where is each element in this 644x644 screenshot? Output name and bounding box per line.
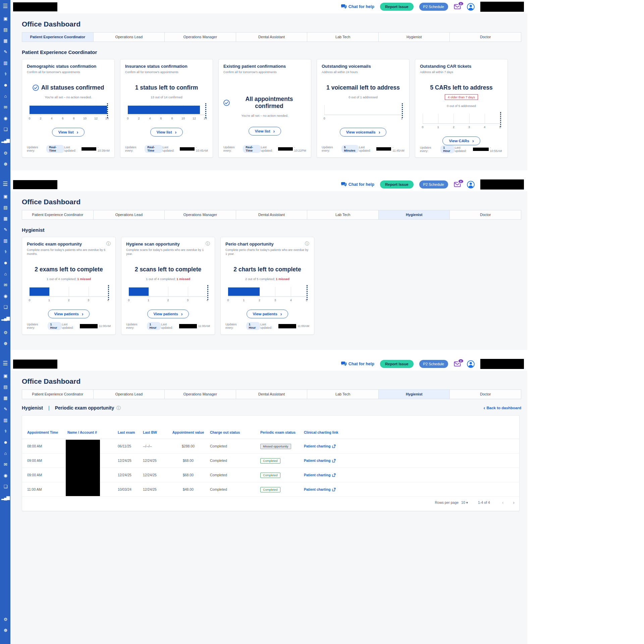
tab-operations-manager[interactable]: Operations Manager bbox=[165, 210, 236, 219]
report-issue-button[interactable]: Report Issue bbox=[380, 3, 414, 11]
chart-notes-icon[interactable]: ▤ bbox=[3, 385, 7, 389]
tab-operations-lead[interactable]: Operations Lead bbox=[94, 33, 165, 42]
calendar-icon[interactable]: ▦ bbox=[3, 216, 7, 221]
documents-icon[interactable]: ❏ bbox=[4, 305, 7, 309]
view-patients-button[interactable]: View patients› bbox=[48, 310, 90, 318]
pagination-prev-button[interactable]: ‹ bbox=[502, 500, 504, 505]
settings-icon[interactable]: ⚙ bbox=[4, 151, 7, 155]
view-list-button[interactable]: View list› bbox=[249, 127, 281, 136]
tab-patient-experience-coordinator[interactable]: Patient Experience Coordinator bbox=[22, 33, 94, 42]
insurance-icon[interactable]: ◉ bbox=[4, 294, 7, 298]
care-hand-icon[interactable]: ✎ bbox=[4, 50, 7, 54]
info-icon[interactable]: ⓘ bbox=[305, 241, 309, 246]
menu-icon[interactable]: ☰ bbox=[3, 3, 8, 9]
billing-icon[interactable]: ✉ bbox=[4, 462, 7, 467]
billing-icon[interactable]: ✉ bbox=[4, 105, 7, 109]
tab-operations-lead[interactable]: Operations Lead bbox=[94, 210, 165, 219]
report-issue-button[interactable]: Report Issue bbox=[380, 180, 414, 189]
view-list-button[interactable]: View list› bbox=[150, 128, 183, 137]
view-list-button[interactable]: View list› bbox=[52, 128, 85, 137]
avatar-icon[interactable] bbox=[467, 360, 475, 368]
avatar-icon[interactable] bbox=[467, 181, 475, 189]
documents-icon[interactable]: ❏ bbox=[4, 484, 7, 489]
mail-icon[interactable]: 0 bbox=[454, 181, 461, 187]
mail-icon[interactable]: 0 bbox=[454, 361, 461, 367]
info-icon[interactable]: ⓘ bbox=[116, 406, 121, 410]
chat-for-help-link[interactable]: Chat for help bbox=[341, 362, 374, 366]
screen-share-icon[interactable]: ▣ bbox=[3, 194, 7, 199]
info-icon[interactable]: ⓘ bbox=[206, 241, 210, 246]
chart-notes-icon[interactable]: ▤ bbox=[3, 205, 7, 210]
screen-share-icon[interactable]: ▣ bbox=[3, 374, 7, 378]
documents-icon[interactable]: ❏ bbox=[4, 127, 7, 131]
tab-doctor[interactable]: Doctor bbox=[450, 210, 521, 219]
dental-chair-icon[interactable]: ⚕ bbox=[4, 72, 6, 76]
reports-icon[interactable]: ▂▄▆ bbox=[1, 495, 9, 500]
insurance-icon[interactable]: ◉ bbox=[4, 116, 7, 120]
chat-for-help-link[interactable]: Chat for help bbox=[341, 182, 374, 187]
forms-icon[interactable]: ▥ bbox=[3, 61, 7, 65]
tab-operations-lead[interactable]: Operations Lead bbox=[94, 390, 165, 399]
chart-notes-icon[interactable]: ▤ bbox=[3, 28, 7, 32]
patient-charting-link[interactable]: Patient charting bbox=[304, 444, 364, 448]
settings-icon[interactable]: ⚙ bbox=[4, 330, 7, 335]
care-hand-icon[interactable]: ✎ bbox=[4, 227, 7, 232]
tab-lab-tech[interactable]: Lab Tech bbox=[307, 210, 379, 219]
patient-icon[interactable]: ☻ bbox=[3, 440, 7, 444]
tab-patient-experience-coordinator[interactable]: Patient Experience Coordinator bbox=[22, 390, 94, 399]
p2-schedule-button[interactable]: P2 Schedule bbox=[419, 180, 448, 189]
tab-lab-tech[interactable]: Lab Tech bbox=[307, 33, 379, 42]
view-voicemails-button[interactable]: View voicemails› bbox=[340, 128, 387, 137]
tab-dental-assistant[interactable]: Dental Assistant bbox=[236, 210, 308, 219]
forms-icon[interactable]: ▥ bbox=[3, 418, 7, 422]
tab-doctor[interactable]: Doctor bbox=[450, 33, 521, 42]
back-to-dashboard-link[interactable]: ‹ Back to dashboard bbox=[483, 406, 521, 410]
menu-icon[interactable]: ☰ bbox=[3, 181, 8, 187]
mail-icon[interactable]: 0 bbox=[454, 4, 461, 10]
insurance-icon[interactable]: ◉ bbox=[4, 473, 7, 478]
tab-patient-experience-coordinator[interactable]: Patient Experience Coordinator bbox=[22, 210, 94, 219]
view-patients-button[interactable]: View patients› bbox=[147, 310, 189, 318]
view-patients-button[interactable]: View patients› bbox=[247, 310, 288, 318]
office-icon[interactable]: ⌂ bbox=[4, 451, 6, 455]
tab-dental-assistant[interactable]: Dental Assistant bbox=[236, 33, 308, 42]
office-icon[interactable]: ⌂ bbox=[4, 272, 6, 276]
integrations-icon[interactable]: ☸ bbox=[4, 628, 7, 633]
care-hand-icon[interactable]: ✎ bbox=[4, 407, 7, 411]
tab-operations-manager[interactable]: Operations Manager bbox=[165, 390, 236, 399]
dental-chair-icon[interactable]: ⚕ bbox=[4, 429, 6, 433]
settings-icon[interactable]: ⚙ bbox=[4, 617, 7, 622]
patient-charting-link[interactable]: Patient charting bbox=[304, 473, 364, 477]
tab-dental-assistant[interactable]: Dental Assistant bbox=[236, 390, 308, 399]
office-icon[interactable]: ⌂ bbox=[4, 94, 6, 98]
p2-schedule-button[interactable]: P2 Schedule bbox=[419, 360, 448, 368]
billing-icon[interactable]: ✉ bbox=[4, 283, 7, 287]
tab-lab-tech[interactable]: Lab Tech bbox=[307, 390, 379, 399]
report-issue-button[interactable]: Report Issue bbox=[380, 360, 414, 368]
reports-icon[interactable]: ▂▄▆ bbox=[1, 138, 9, 143]
tab-operations-manager[interactable]: Operations Manager bbox=[165, 33, 236, 42]
screen-share-icon[interactable]: ▣ bbox=[3, 16, 7, 21]
patient-charting-link[interactable]: Patient charting bbox=[304, 487, 364, 491]
tab-doctor[interactable]: Doctor bbox=[450, 390, 521, 399]
info-icon[interactable]: ⓘ bbox=[106, 241, 111, 246]
integrations-icon[interactable]: ☸ bbox=[4, 341, 7, 346]
menu-icon[interactable]: ☰ bbox=[3, 361, 8, 366]
pagination-next-button[interactable]: › bbox=[513, 500, 515, 505]
patient-icon[interactable]: ☻ bbox=[3, 261, 7, 265]
calendar-icon[interactable]: ▦ bbox=[3, 39, 7, 43]
integrations-icon[interactable]: ☸ bbox=[4, 162, 7, 166]
patient-icon[interactable]: ☻ bbox=[3, 83, 7, 87]
dental-chair-icon[interactable]: ⚕ bbox=[4, 250, 6, 254]
reports-icon[interactable]: ▂▄▆ bbox=[1, 316, 9, 320]
calendar-icon[interactable]: ▦ bbox=[3, 396, 7, 400]
p2-schedule-button[interactable]: P2 Schedule bbox=[419, 3, 448, 11]
chat-for-help-link[interactable]: Chat for help bbox=[341, 4, 374, 9]
avatar-icon[interactable] bbox=[467, 3, 475, 11]
forms-icon[interactable]: ▥ bbox=[3, 238, 7, 243]
patient-charting-link[interactable]: Patient charting bbox=[304, 459, 364, 463]
view-cars-button[interactable]: View CARs› bbox=[442, 137, 480, 145]
tab-hygienist[interactable]: Hygienist bbox=[379, 210, 450, 219]
tab-hygienist[interactable]: Hygienist bbox=[379, 390, 450, 399]
rows-per-page-select[interactable]: 10 ▾ bbox=[461, 500, 468, 504]
